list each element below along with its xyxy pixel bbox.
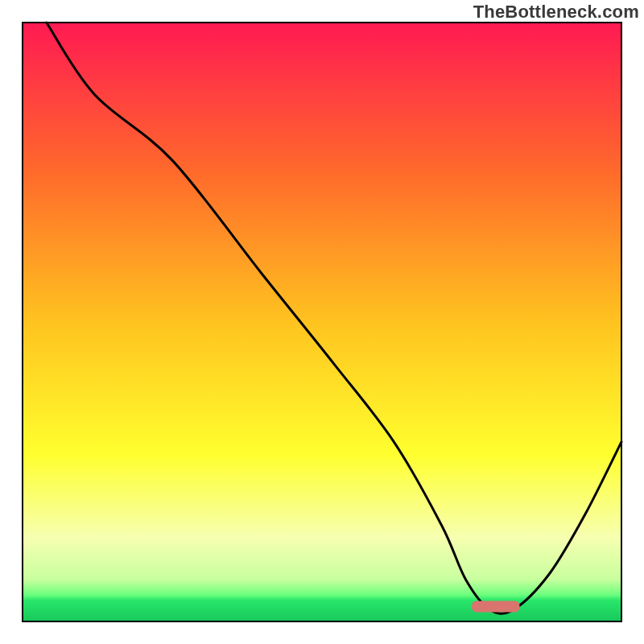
watermark-text: TheBottleneck.com	[473, 2, 639, 23]
optimal-range-marker	[472, 601, 520, 612]
bottleneck-chart	[0, 0, 644, 644]
plot-background	[23, 23, 621, 621]
chart-container: TheBottleneck.com	[0, 0, 644, 644]
